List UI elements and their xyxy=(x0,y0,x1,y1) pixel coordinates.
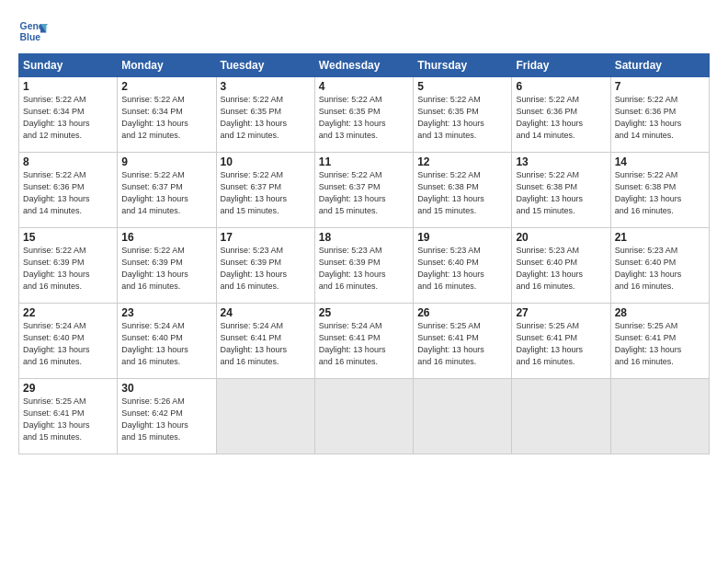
day-number: 21 xyxy=(615,231,705,244)
day-cell: 28 Sunrise: 5:25 AMSunset: 6:41 PMDaylig… xyxy=(610,304,709,379)
day-cell: 26 Sunrise: 5:25 AMSunset: 6:41 PMDaylig… xyxy=(414,304,512,379)
day-number: 20 xyxy=(516,231,606,244)
day-number: 11 xyxy=(319,155,409,168)
day-number: 1 xyxy=(23,80,113,93)
day-info: Sunrise: 5:24 AMSunset: 6:40 PMDaylight:… xyxy=(121,321,188,366)
day-cell: 12 Sunrise: 5:22 AMSunset: 6:38 PMDaylig… xyxy=(414,153,512,228)
day-info: Sunrise: 5:26 AMSunset: 6:42 PMDaylight:… xyxy=(121,396,188,442)
header-friday: Friday xyxy=(512,54,610,77)
day-cell: 8 Sunrise: 5:22 AMSunset: 6:36 PMDayligh… xyxy=(19,153,118,228)
header-row: General Blue xyxy=(18,17,710,46)
day-cell xyxy=(414,379,512,454)
day-number: 3 xyxy=(221,80,311,93)
calendar-table: SundayMondayTuesdayWednesdayThursdayFrid… xyxy=(18,53,710,454)
day-cell: 29 Sunrise: 5:25 AMSunset: 6:41 PMDaylig… xyxy=(19,379,118,454)
svg-text:Blue: Blue xyxy=(20,32,41,42)
day-info: Sunrise: 5:23 AMSunset: 6:40 PMDaylight:… xyxy=(417,246,484,291)
day-cell: 16 Sunrise: 5:22 AMSunset: 6:39 PMDaylig… xyxy=(118,228,216,304)
logo: General Blue xyxy=(18,17,48,46)
day-info: Sunrise: 5:25 AMSunset: 6:41 PMDaylight:… xyxy=(615,321,682,366)
day-info: Sunrise: 5:22 AMSunset: 6:37 PMDaylight:… xyxy=(319,170,386,215)
day-number: 12 xyxy=(417,155,507,168)
day-cell: 10 Sunrise: 5:22 AMSunset: 6:37 PMDaylig… xyxy=(216,153,314,228)
day-info: Sunrise: 5:24 AMSunset: 6:41 PMDaylight:… xyxy=(221,321,288,366)
day-cell: 19 Sunrise: 5:23 AMSunset: 6:40 PMDaylig… xyxy=(414,228,512,304)
day-number: 25 xyxy=(319,306,409,319)
day-info: Sunrise: 5:22 AMSunset: 6:34 PMDaylight:… xyxy=(23,95,90,140)
week-row-3: 22 Sunrise: 5:24 AMSunset: 6:40 PMDaylig… xyxy=(19,304,710,379)
day-info: Sunrise: 5:22 AMSunset: 6:38 PMDaylight:… xyxy=(615,170,682,215)
day-number: 6 xyxy=(516,80,606,93)
day-cell: 7 Sunrise: 5:22 AMSunset: 6:36 PMDayligh… xyxy=(610,77,709,153)
day-number: 18 xyxy=(319,231,409,244)
day-info: Sunrise: 5:25 AMSunset: 6:41 PMDaylight:… xyxy=(516,321,583,366)
day-number: 2 xyxy=(121,80,211,93)
day-info: Sunrise: 5:23 AMSunset: 6:40 PMDaylight:… xyxy=(516,246,583,291)
day-number: 4 xyxy=(319,80,409,93)
header-thursday: Thursday xyxy=(414,54,512,77)
day-cell: 4 Sunrise: 5:22 AMSunset: 6:35 PMDayligh… xyxy=(314,77,413,153)
day-number: 24 xyxy=(221,306,311,319)
day-cell: 21 Sunrise: 5:23 AMSunset: 6:40 PMDaylig… xyxy=(610,228,709,304)
day-info: Sunrise: 5:22 AMSunset: 6:36 PMDaylight:… xyxy=(23,170,90,215)
day-cell: 1 Sunrise: 5:22 AMSunset: 6:34 PMDayligh… xyxy=(19,77,118,153)
day-info: Sunrise: 5:22 AMSunset: 6:34 PMDaylight:… xyxy=(121,95,188,140)
day-cell: 2 Sunrise: 5:22 AMSunset: 6:34 PMDayligh… xyxy=(118,77,216,153)
day-info: Sunrise: 5:25 AMSunset: 6:41 PMDaylight:… xyxy=(417,321,484,366)
day-info: Sunrise: 5:22 AMSunset: 6:36 PMDaylight:… xyxy=(516,95,583,140)
day-info: Sunrise: 5:22 AMSunset: 6:37 PMDaylight:… xyxy=(221,170,288,215)
day-cell: 3 Sunrise: 5:22 AMSunset: 6:35 PMDayligh… xyxy=(216,77,314,153)
day-number: 27 xyxy=(516,306,606,319)
day-number: 22 xyxy=(23,306,113,319)
day-info: Sunrise: 5:22 AMSunset: 6:38 PMDaylight:… xyxy=(417,170,484,215)
day-cell: 11 Sunrise: 5:22 AMSunset: 6:37 PMDaylig… xyxy=(314,153,413,228)
day-cell: 24 Sunrise: 5:24 AMSunset: 6:41 PMDaylig… xyxy=(216,304,314,379)
day-cell xyxy=(512,379,610,454)
day-number: 13 xyxy=(516,155,606,168)
day-cell: 18 Sunrise: 5:23 AMSunset: 6:39 PMDaylig… xyxy=(314,228,413,304)
day-number: 28 xyxy=(615,306,705,319)
day-cell: 25 Sunrise: 5:24 AMSunset: 6:41 PMDaylig… xyxy=(314,304,413,379)
day-info: Sunrise: 5:25 AMSunset: 6:41 PMDaylight:… xyxy=(23,396,90,442)
day-info: Sunrise: 5:24 AMSunset: 6:41 PMDaylight:… xyxy=(319,321,386,366)
header-sunday: Sunday xyxy=(19,54,118,77)
header-monday: Monday xyxy=(118,54,216,77)
day-info: Sunrise: 5:23 AMSunset: 6:39 PMDaylight:… xyxy=(221,246,288,291)
page: General Blue SundayMondayTuesdayWednesda… xyxy=(0,0,728,563)
logo-icon: General Blue xyxy=(18,17,48,46)
day-cell xyxy=(216,379,314,454)
day-info: Sunrise: 5:24 AMSunset: 6:40 PMDaylight:… xyxy=(23,321,90,366)
day-info: Sunrise: 5:22 AMSunset: 6:37 PMDaylight:… xyxy=(121,170,188,215)
day-number: 15 xyxy=(23,231,113,244)
day-number: 8 xyxy=(23,155,113,168)
day-cell: 17 Sunrise: 5:23 AMSunset: 6:39 PMDaylig… xyxy=(216,228,314,304)
day-cell: 15 Sunrise: 5:22 AMSunset: 6:39 PMDaylig… xyxy=(19,228,118,304)
day-cell xyxy=(314,379,413,454)
day-cell: 27 Sunrise: 5:25 AMSunset: 6:41 PMDaylig… xyxy=(512,304,610,379)
day-cell: 9 Sunrise: 5:22 AMSunset: 6:37 PMDayligh… xyxy=(118,153,216,228)
week-row-1: 8 Sunrise: 5:22 AMSunset: 6:36 PMDayligh… xyxy=(19,153,710,228)
header-wednesday: Wednesday xyxy=(314,54,413,77)
day-number: 19 xyxy=(417,231,507,244)
day-cell xyxy=(610,379,709,454)
day-cell: 14 Sunrise: 5:22 AMSunset: 6:38 PMDaylig… xyxy=(610,153,709,228)
day-number: 16 xyxy=(121,231,211,244)
day-info: Sunrise: 5:23 AMSunset: 6:39 PMDaylight:… xyxy=(319,246,386,291)
day-number: 9 xyxy=(121,155,211,168)
day-number: 17 xyxy=(221,231,311,244)
day-cell: 13 Sunrise: 5:22 AMSunset: 6:38 PMDaylig… xyxy=(512,153,610,228)
day-number: 30 xyxy=(121,382,211,395)
week-row-2: 15 Sunrise: 5:22 AMSunset: 6:39 PMDaylig… xyxy=(19,228,710,304)
day-cell: 30 Sunrise: 5:26 AMSunset: 6:42 PMDaylig… xyxy=(118,379,216,454)
day-info: Sunrise: 5:22 AMSunset: 6:38 PMDaylight:… xyxy=(516,170,583,215)
day-info: Sunrise: 5:22 AMSunset: 6:35 PMDaylight:… xyxy=(221,95,288,140)
header-tuesday: Tuesday xyxy=(216,54,314,77)
day-info: Sunrise: 5:23 AMSunset: 6:40 PMDaylight:… xyxy=(615,246,682,291)
day-number: 5 xyxy=(417,80,507,93)
day-number: 7 xyxy=(615,80,705,93)
day-cell: 5 Sunrise: 5:22 AMSunset: 6:35 PMDayligh… xyxy=(414,77,512,153)
day-number: 26 xyxy=(417,306,507,319)
header-saturday: Saturday xyxy=(610,54,709,77)
day-cell: 22 Sunrise: 5:24 AMSunset: 6:40 PMDaylig… xyxy=(19,304,118,379)
day-number: 23 xyxy=(121,306,211,319)
